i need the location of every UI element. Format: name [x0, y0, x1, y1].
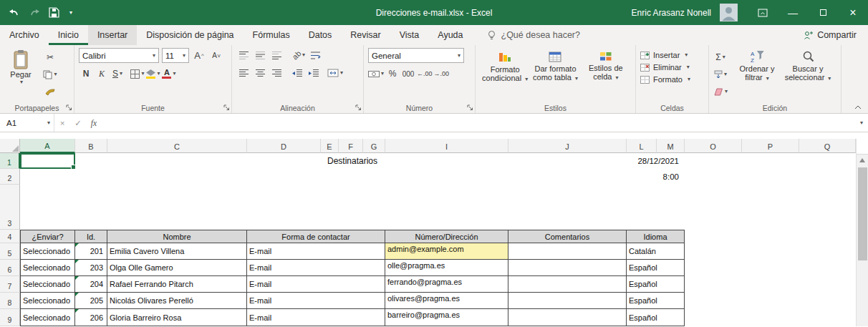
- align-top-button[interactable]: [236, 48, 251, 62]
- column-header-O[interactable]: O: [685, 139, 742, 153]
- bold-button[interactable]: N: [79, 67, 93, 81]
- cell[interactable]: ferrando@pragma.es: [385, 276, 508, 293]
- row-header-6[interactable]: 6: [0, 260, 20, 276]
- wrap-text-button[interactable]: [308, 48, 322, 62]
- column-header-E[interactable]: E: [321, 139, 339, 153]
- cell[interactable]: E-mail: [247, 260, 385, 276]
- table-header[interactable]: Forma de contactar: [247, 230, 385, 243]
- formula-input[interactable]: [102, 114, 859, 132]
- format-painter-button[interactable]: [43, 84, 57, 99]
- font-color-button[interactable]: A▾: [162, 67, 176, 81]
- row-header-4[interactable]: 4: [0, 230, 20, 243]
- font-size-select[interactable]: 11▾: [162, 48, 189, 63]
- check-icon[interactable]: ✓: [70, 114, 86, 132]
- find-select-button[interactable]: Buscar y seleccionar ▾: [782, 48, 834, 102]
- scrollbar-thumb[interactable]: [858, 167, 867, 260]
- scrollbar-split-box[interactable]: [857, 139, 868, 155]
- decrease-font-button[interactable]: Av: [209, 49, 223, 63]
- format-cells-button[interactable]: Formato▾: [640, 75, 704, 84]
- increase-decimal-button[interactable]: ←.00: [417, 67, 433, 81]
- cell[interactable]: Seleccionado: [20, 243, 75, 260]
- tab-disposicion[interactable]: Disposición de página: [137, 25, 243, 45]
- cell-title-destinatarios[interactable]: Destinatarios: [20, 153, 685, 169]
- insert-cells-button[interactable]: Insertar▾: [640, 51, 704, 59]
- tell-me-search[interactable]: ¿Qué desea hacer?: [487, 30, 581, 40]
- align-center-button[interactable]: [253, 66, 267, 80]
- thousands-separator-button[interactable]: 000: [401, 67, 415, 81]
- expand-formula-bar-icon[interactable]: ▾: [860, 114, 863, 132]
- cell[interactable]: Olga Olle Gamero: [107, 260, 247, 276]
- tab-datos[interactable]: Datos: [299, 25, 342, 45]
- tab-archivo[interactable]: Archivo: [0, 25, 49, 45]
- cell[interactable]: 201: [75, 243, 107, 260]
- tab-ayuda[interactable]: Ayuda: [428, 25, 472, 45]
- undo-icon[interactable]: [9, 6, 20, 19]
- column-header-M[interactable]: M: [657, 139, 685, 153]
- cell[interactable]: 205: [75, 293, 107, 309]
- row-header-3[interactable]: 3: [0, 185, 20, 230]
- save-icon[interactable]: [49, 6, 59, 19]
- ribbon-display-options-icon[interactable]: [748, 0, 778, 25]
- table-header[interactable]: Idioma: [627, 230, 685, 243]
- table-header[interactable]: ¿Enviar?: [20, 230, 75, 243]
- cell[interactable]: Español: [627, 260, 685, 276]
- tab-insertar[interactable]: Insertar: [88, 25, 137, 45]
- cell[interactable]: Seleccionado: [20, 260, 75, 276]
- cell[interactable]: Español: [627, 293, 685, 309]
- tab-formulas[interactable]: Fórmulas: [243, 25, 299, 45]
- sort-filter-button[interactable]: AZ Ordenar y filtrar ▾: [732, 48, 782, 102]
- clear-button[interactable]: ▾: [713, 84, 728, 99]
- column-header-A[interactable]: A: [20, 139, 75, 153]
- cell[interactable]: Nicolás Olivares Perelló: [107, 293, 247, 309]
- column-header-G[interactable]: G: [363, 139, 385, 153]
- row-header-7[interactable]: 7: [0, 276, 20, 293]
- row-header-9[interactable]: 9: [0, 309, 20, 326]
- scroll-up-icon[interactable]: [857, 155, 868, 166]
- cell-date[interactable]: 28/12/2021: [627, 153, 685, 169]
- collapse-ribbon-icon[interactable]: [854, 105, 862, 109]
- maximize-button[interactable]: [808, 0, 838, 25]
- table-header[interactable]: Id.: [75, 230, 107, 243]
- merge-center-button[interactable]: ▾: [327, 66, 343, 80]
- paste-button[interactable]: Pegar ▾: [4, 48, 37, 99]
- cell[interactable]: olivares@pragma.es: [385, 293, 508, 309]
- row-header-1[interactable]: 1: [0, 153, 20, 169]
- decrease-indent-button[interactable]: [290, 66, 304, 80]
- cell[interactable]: [508, 243, 627, 260]
- cell[interactable]: 204: [75, 276, 107, 293]
- increase-indent-button[interactable]: [307, 66, 321, 80]
- cell[interactable]: olle@pragma.es: [385, 260, 508, 276]
- row-header-5[interactable]: 5: [0, 243, 20, 260]
- table-header[interactable]: Nombre: [107, 230, 247, 243]
- cell[interactable]: Seleccionado: [20, 309, 75, 326]
- cell[interactable]: E-mail: [247, 293, 385, 309]
- cell[interactable]: 203: [75, 260, 107, 276]
- cell-time[interactable]: 8:00: [627, 169, 685, 185]
- fill-button[interactable]: ▾: [713, 67, 728, 82]
- dialog-launcher-icon[interactable]: [223, 104, 230, 111]
- font-name-select[interactable]: Calibri▾: [79, 48, 159, 63]
- align-left-button[interactable]: [236, 66, 251, 80]
- column-header-D[interactable]: D: [247, 139, 321, 153]
- table-header[interactable]: Número/Dirección: [385, 230, 508, 243]
- dialog-launcher-icon[interactable]: [66, 104, 72, 111]
- dialog-launcher-icon[interactable]: [467, 104, 473, 111]
- column-header-J[interactable]: J: [508, 139, 627, 153]
- accounting-format-button[interactable]: ▾: [368, 67, 384, 81]
- cell[interactable]: Gloria Barreiro Rosa: [107, 309, 247, 326]
- tab-revisar[interactable]: Revisar: [341, 25, 390, 45]
- cell[interactable]: Rafael Ferrando Pitarch: [107, 276, 247, 293]
- redo-icon[interactable]: [29, 6, 40, 19]
- column-header-P[interactable]: P: [742, 139, 799, 153]
- insert-function-button[interactable]: fx: [86, 114, 102, 132]
- column-header-F[interactable]: F: [339, 139, 363, 153]
- cell[interactable]: [508, 260, 627, 276]
- percent-button[interactable]: %: [385, 67, 400, 81]
- copy-button[interactable]: ▾: [43, 67, 57, 82]
- cell[interactable]: E-mail: [247, 309, 385, 326]
- vertical-scrollbar[interactable]: [856, 139, 868, 326]
- cell[interactable]: [508, 293, 627, 309]
- cell[interactable]: [508, 276, 627, 293]
- cell[interactable]: Seleccionado: [20, 276, 75, 293]
- align-middle-button[interactable]: [253, 48, 267, 62]
